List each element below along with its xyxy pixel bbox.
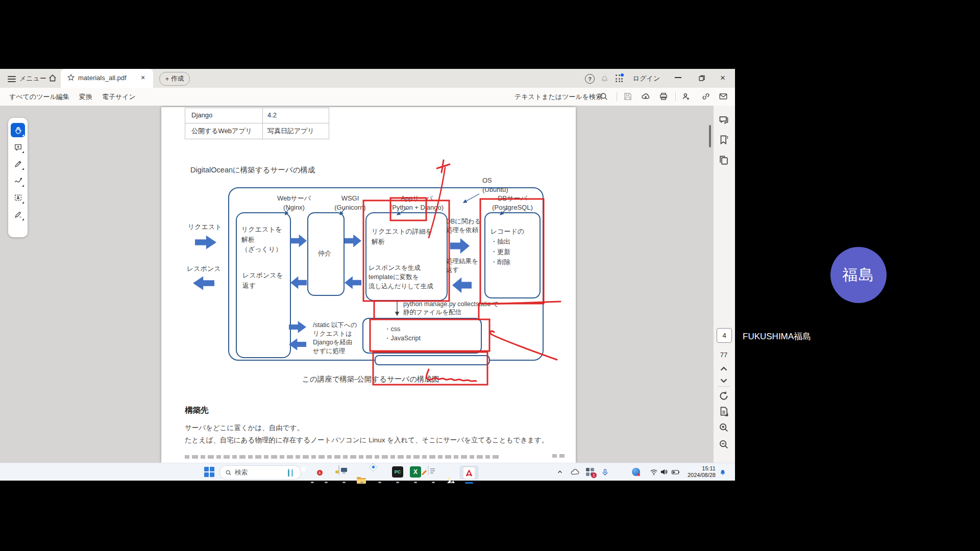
apps-grid-icon[interactable] bbox=[616, 74, 624, 83]
link-icon[interactable] bbox=[701, 92, 710, 101]
help-icon[interactable]: ? bbox=[585, 74, 595, 84]
add-comment-tool[interactable] bbox=[11, 140, 25, 154]
select-text-tool[interactable] bbox=[11, 190, 25, 205]
hand-tool[interactable] bbox=[11, 123, 25, 137]
notification-bell-icon[interactable] bbox=[718, 466, 728, 478]
page-total: 77 bbox=[714, 351, 734, 359]
app-icon-chrome-profile1[interactable]: k bbox=[320, 466, 332, 478]
app-icon-acrobat-active[interactable] bbox=[460, 466, 478, 479]
menu-button[interactable]: メニュー bbox=[19, 74, 46, 83]
search-placeholder: 検索 bbox=[235, 468, 248, 477]
chevron-down-icon[interactable] bbox=[718, 375, 730, 387]
page-display-icon[interactable] bbox=[718, 406, 730, 418]
menu-all-tools[interactable]: すべてのツール bbox=[9, 92, 57, 102]
tab-close-icon[interactable]: × bbox=[141, 73, 145, 82]
app-icon-excel[interactable]: X bbox=[409, 466, 422, 478]
print-icon[interactable] bbox=[659, 92, 668, 101]
volume-icon[interactable] bbox=[659, 466, 669, 478]
participant-avatar: 福島 bbox=[830, 247, 887, 303]
plus-icon: + bbox=[165, 76, 169, 83]
attachments-panel-icon[interactable] bbox=[718, 155, 730, 167]
clock-date: 2024/08/28 bbox=[683, 472, 716, 479]
search-icon[interactable] bbox=[599, 92, 608, 101]
menu-esign[interactable]: 電子サイン bbox=[102, 92, 136, 102]
fill-sign-tool[interactable] bbox=[11, 207, 25, 221]
app-icon-chrome-profile2[interactable] bbox=[374, 466, 386, 478]
tab-title: materials_all.pdf bbox=[78, 74, 127, 82]
save-icon[interactable] bbox=[623, 92, 632, 101]
search-highlight-image bbox=[286, 468, 296, 477]
app-icon-pycharm[interactable]: PC bbox=[391, 466, 404, 478]
app-icon-file-explorer[interactable] bbox=[356, 466, 368, 478]
left-tool-rail bbox=[8, 118, 28, 237]
pdf-page: Django 4.2 公開するWebアプリ 写真日記アプリ DigitalOce… bbox=[161, 107, 576, 463]
scrollbar-thumb[interactable] bbox=[709, 125, 711, 147]
menu-convert[interactable]: 変換 bbox=[79, 92, 92, 102]
create-button[interactable]: + 作成 bbox=[159, 72, 190, 86]
tray-chevron-up-icon[interactable] bbox=[555, 466, 565, 478]
star-icon[interactable] bbox=[67, 73, 75, 82]
wifi-icon[interactable] bbox=[649, 466, 659, 478]
red-annotations-layer bbox=[161, 107, 576, 463]
mail-icon[interactable] bbox=[719, 92, 728, 101]
ime-indicator[interactable] bbox=[615, 466, 625, 478]
rotate-page-icon[interactable] bbox=[718, 390, 730, 403]
document-area: Django 4.2 公開するWebアプリ 写真日記アプリ DigitalOce… bbox=[0, 106, 735, 463]
zoom-in-icon[interactable] bbox=[718, 422, 730, 434]
upload-cloud-icon[interactable] bbox=[641, 92, 650, 101]
screen: メニュー materials_all.pdf × + 作成 ? bbox=[0, 0, 980, 551]
battery-icon[interactable] bbox=[671, 466, 681, 478]
restore-button[interactable] bbox=[698, 74, 705, 82]
document-tab[interactable]: materials_all.pdf × bbox=[61, 69, 153, 88]
participant-name: FUKUSHIMA福島 bbox=[743, 331, 811, 342]
app-icon-photos[interactable] bbox=[445, 466, 457, 478]
onedrive-icon[interactable] bbox=[570, 466, 580, 478]
window-close-button[interactable]: × bbox=[720, 73, 725, 83]
zoom-out-icon[interactable] bbox=[718, 439, 730, 451]
tray-app-blue-icon[interactable] bbox=[631, 466, 641, 478]
acrobat-window: メニュー materials_all.pdf × + 作成 ? bbox=[0, 69, 735, 463]
comments-panel-icon[interactable] bbox=[718, 114, 730, 126]
chevron-up-icon[interactable] bbox=[718, 363, 730, 375]
taskbar-search[interactable]: 検索 bbox=[219, 465, 301, 480]
app-icon-journal[interactable] bbox=[427, 466, 439, 478]
menu-hamburger-icon[interactable] bbox=[8, 74, 16, 82]
acrobat-toolbar: すべてのツール 編集 変換 電子サイン テキストまたはツールを検索 bbox=[0, 88, 735, 106]
clock-time: 15:11 bbox=[683, 465, 716, 472]
draw-tool[interactable] bbox=[11, 173, 25, 188]
minimize-button[interactable] bbox=[675, 77, 681, 78]
bell-icon[interactable] bbox=[600, 74, 609, 83]
highlight-tool[interactable] bbox=[11, 157, 25, 171]
bookmarks-panel-icon[interactable] bbox=[718, 134, 730, 146]
search-icon bbox=[225, 469, 232, 476]
teams-icon[interactable]: 1 bbox=[585, 466, 595, 478]
app-icon-remote-desktop[interactable] bbox=[338, 466, 350, 478]
login-button[interactable]: ログイン bbox=[633, 74, 660, 83]
taskbar-clock[interactable]: 15:11 2024/08/28 bbox=[683, 465, 716, 479]
acrobat-tabbar: メニュー materials_all.pdf × + 作成 ? bbox=[0, 69, 735, 88]
request-signature-icon[interactable] bbox=[681, 92, 691, 101]
menu-edit[interactable]: 編集 bbox=[56, 92, 69, 102]
page-number-input[interactable]: 4 bbox=[717, 328, 732, 343]
search-label[interactable]: テキストまたはツールを検索 bbox=[514, 92, 602, 102]
start-button[interactable] bbox=[204, 467, 214, 477]
right-tool-rail: 4 77 bbox=[714, 106, 735, 463]
windows-taskbar: 検索 k bbox=[0, 463, 735, 481]
home-icon[interactable] bbox=[48, 73, 57, 83]
microphone-icon[interactable] bbox=[600, 466, 610, 478]
